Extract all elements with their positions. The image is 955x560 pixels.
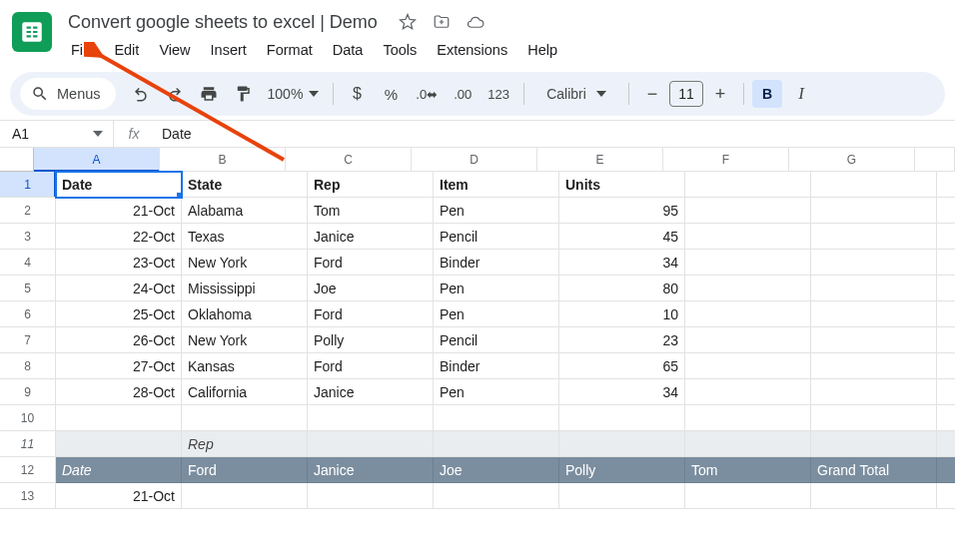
cell-B6[interactable]: Oklahoma [182,301,308,327]
paint-format-button[interactable] [228,79,258,109]
cell-E5[interactable]: 80 [559,276,685,301]
col-header-B[interactable]: B [160,148,286,172]
cell-2[interactable] [937,198,955,224]
cell-F6[interactable] [685,301,811,327]
row-header-9[interactable]: 9 [0,379,56,405]
row-header-11[interactable]: 11 [0,431,56,457]
sheets-logo[interactable] [12,12,52,52]
move-icon[interactable] [432,12,452,32]
cell-G2[interactable] [811,198,937,224]
cell-6[interactable] [937,301,955,327]
more-formats-button[interactable]: 123 [481,79,515,109]
cell-A9[interactable]: 28-Oct [56,379,182,405]
cell-F8[interactable] [685,353,811,379]
menu-view[interactable]: View [150,38,199,62]
cell-G4[interactable] [811,250,937,276]
cell-C3[interactable]: Janice [308,224,434,250]
cloud-icon[interactable] [466,12,485,32]
row-header-1[interactable]: 1 [0,172,56,198]
cell-5[interactable] [937,276,955,301]
col-header-C[interactable]: C [286,148,412,172]
cell-A8[interactable]: 27-Oct [56,353,182,379]
cell-G5[interactable] [811,276,937,301]
cell-B13[interactable] [182,483,308,509]
cell-F1[interactable] [685,172,811,198]
cell-E11[interactable] [559,431,685,457]
cell-A3[interactable]: 22-Oct [56,224,182,250]
cell-D5[interactable]: Pen [434,276,559,301]
cell-C5[interactable]: Joe [308,276,434,301]
cell-F9[interactable] [685,379,811,405]
cell-F3[interactable] [685,224,811,250]
zoom-select[interactable]: 100% [262,79,326,109]
cell-E7[interactable]: 23 [559,327,685,353]
menu-data[interactable]: Data [324,38,373,62]
cell-D2[interactable]: Pen [434,198,559,224]
col-header-E[interactable]: E [537,148,663,172]
cell-D11[interactable] [434,431,559,457]
row-header-4[interactable]: 4 [0,250,56,276]
name-box[interactable]: A1 [0,121,114,147]
col-header-F[interactable]: F [663,148,789,172]
row-header-12[interactable]: 12 [0,457,56,483]
cell-E12[interactable]: Polly [559,457,685,483]
menu-tools[interactable]: Tools [374,38,426,62]
col-header-A[interactable]: A [34,148,160,172]
cell-F12[interactable]: Tom [685,457,811,483]
search-menus[interactable]: Menus [20,78,116,110]
row-header-13[interactable]: 13 [0,483,56,509]
cell-F4[interactable] [685,250,811,276]
cell-F11[interactable] [685,431,811,457]
cell-C4[interactable]: Ford [308,250,434,276]
cell-10[interactable] [937,405,955,431]
cell-E6[interactable]: 10 [559,301,685,327]
cell-A2[interactable]: 21-Oct [56,198,182,224]
cell-3[interactable] [937,224,955,250]
cell-B12[interactable]: Ford [182,457,308,483]
cell-C10[interactable] [308,405,434,431]
cell-C7[interactable]: Polly [308,327,434,353]
cell-C1[interactable]: Rep [308,172,434,198]
col-header-end[interactable] [915,148,955,172]
cell-A11[interactable] [56,431,182,457]
cell-F10[interactable] [685,405,811,431]
cell-D9[interactable]: Pen [434,379,559,405]
cell-A6[interactable]: 25-Oct [56,301,182,327]
cell-B9[interactable]: California [182,379,308,405]
print-button[interactable] [194,79,224,109]
cell-E9[interactable]: 34 [559,379,685,405]
cell-D1[interactable]: Item [434,172,559,198]
cell-G3[interactable] [811,224,937,250]
cell-A4[interactable]: 23-Oct [56,250,182,276]
increase-decimal-button[interactable]: .00 [448,79,478,109]
cell-11[interactable] [937,431,955,457]
cell-B8[interactable]: Kansas [182,353,308,379]
cell-C6[interactable]: Ford [308,301,434,327]
cell-A12[interactable]: Date [56,457,182,483]
col-header-G[interactable]: G [789,148,915,172]
row-header-5[interactable]: 5 [0,276,56,301]
cell-E2[interactable]: 95 [559,198,685,224]
cell-C9[interactable]: Janice [308,379,434,405]
cell-G9[interactable] [811,379,937,405]
cell-G8[interactable] [811,353,937,379]
cell-E10[interactable] [559,405,685,431]
cell-G11[interactable] [811,431,937,457]
cell-9[interactable] [937,379,955,405]
cell-8[interactable] [937,353,955,379]
row-header-10[interactable]: 10 [0,405,56,431]
cell-D8[interactable]: Binder [434,353,559,379]
cell-D4[interactable]: Binder [434,250,559,276]
cell-12[interactable] [937,457,955,483]
cell-A7[interactable]: 26-Oct [56,327,182,353]
cell-B10[interactable] [182,405,308,431]
cell-B3[interactable]: Texas [182,224,308,250]
cell-F2[interactable] [685,198,811,224]
cell-A1[interactable]: Date [56,172,182,198]
select-all-corner[interactable] [0,148,34,172]
menu-extensions[interactable]: Extensions [428,38,516,62]
row-header-7[interactable]: 7 [0,327,56,353]
cell-4[interactable] [937,250,955,276]
cell-G6[interactable] [811,301,937,327]
col-header-D[interactable]: D [412,148,537,172]
